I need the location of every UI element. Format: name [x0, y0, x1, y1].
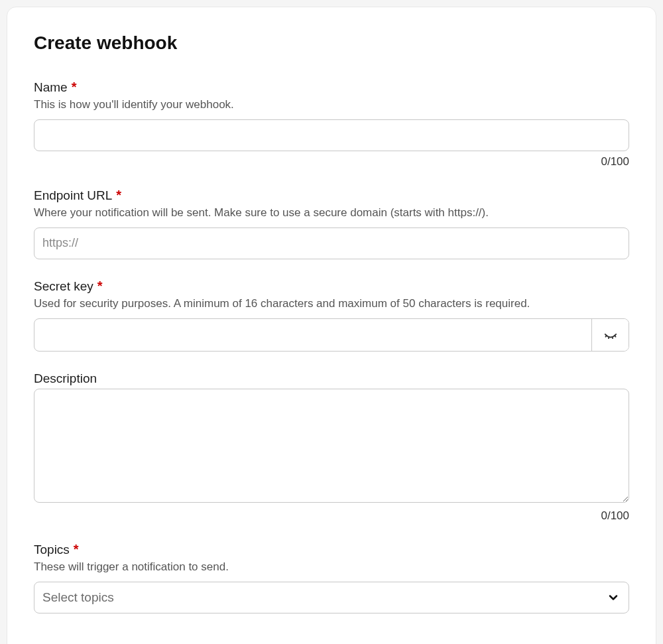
description-char-counter: 0/100 [34, 509, 629, 523]
secret-label: Secret key [34, 279, 93, 294]
secret-help: Used for security purposes. A minimum of… [34, 296, 629, 312]
secret-field-group: Secret key * Used for security purposes.… [34, 279, 629, 352]
svg-line-3 [615, 336, 615, 337]
eye-closed-icon [603, 326, 618, 343]
name-input[interactable] [34, 119, 629, 151]
topics-select-wrapper: Select topics [34, 582, 629, 613]
name-field-group: Name * This is how you'll identify your … [34, 80, 629, 168]
description-field-group: Description 0/100 [34, 371, 629, 523]
required-asterisk-icon: * [74, 543, 79, 556]
endpoint-help: Where your notification will be sent. Ma… [34, 206, 629, 221]
name-char-counter: 0/100 [34, 155, 629, 168]
description-label: Description [34, 371, 97, 386]
page-title: Create webhook [34, 32, 629, 54]
topics-label: Topics [34, 543, 70, 557]
svg-line-2 [612, 337, 613, 338]
toggle-visibility-button[interactable] [591, 319, 629, 351]
create-webhook-card: Create webhook Name * This is how you'll… [7, 7, 656, 644]
required-asterisk-icon: * [116, 188, 121, 202]
endpoint-label: Endpoint URL [34, 188, 112, 203]
secret-input-wrapper [34, 318, 629, 352]
name-label: Name [34, 80, 68, 95]
endpoint-input[interactable] [34, 227, 629, 259]
topics-help: These will trigger a notification to sen… [34, 560, 629, 575]
topics-field-group: Topics * These will trigger a notificati… [34, 543, 629, 613]
required-asterisk-icon: * [72, 80, 77, 94]
svg-line-0 [605, 336, 606, 337]
svg-line-1 [608, 337, 609, 338]
name-help: This is how you'll identify your webhook… [34, 97, 629, 113]
endpoint-field-group: Endpoint URL * Where your notification w… [34, 188, 629, 259]
secret-input[interactable] [34, 319, 591, 351]
description-textarea[interactable] [34, 389, 629, 503]
topics-select[interactable]: Select topics [34, 582, 629, 613]
required-asterisk-icon: * [97, 279, 103, 292]
